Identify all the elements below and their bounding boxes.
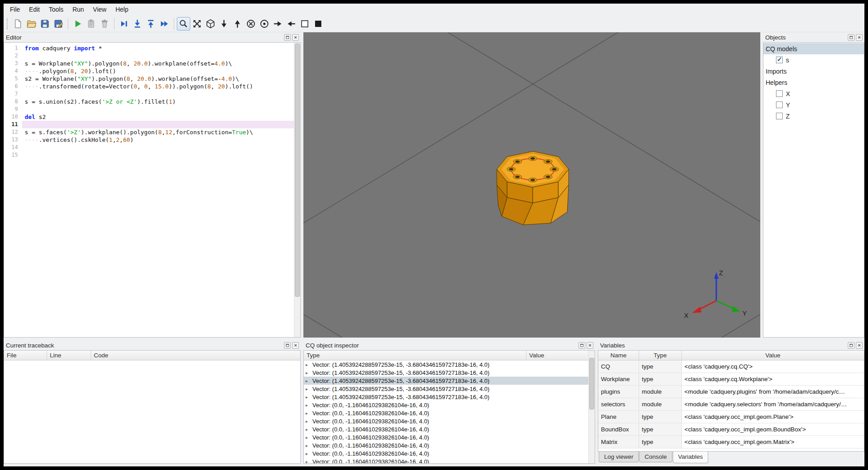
tree-item-s[interactable]: s <box>763 54 864 66</box>
inspector-row[interactable]: Vector: (1.4053924288597253e-15, -3.6804… <box>304 360 595 369</box>
variable-value[interactable]: <class 'cadquery.cq.CQ'> <box>682 360 864 373</box>
inspector-row[interactable]: Vector: (0.0, -1.1604610293826104e-16, 4… <box>304 425 595 433</box>
expand-arrow-icon[interactable] <box>306 370 312 375</box>
menu-file[interactable]: File <box>5 4 25 15</box>
inspector-row[interactable]: Vector: (0.0, -1.1604610293826104e-16, 4… <box>304 433 595 441</box>
inspector-row[interactable]: Vector: (1.4053924288597253e-15, -3.6804… <box>304 377 595 385</box>
top-view-button[interactable] <box>217 17 231 31</box>
menu-view[interactable]: View <box>88 4 111 15</box>
variable-value[interactable]: <class 'cadquery.occ_impl.geom.Plane'> <box>682 411 864 423</box>
inspector-row[interactable]: Vector: (1.4053924288597253e-15, -3.6804… <box>304 385 595 393</box>
close-panel-icon[interactable] <box>292 342 299 349</box>
variable-row-workplane[interactable]: Workplanetype<class 'cadquery.cq.Workpla… <box>598 373 864 386</box>
step-into-button[interactable] <box>131 17 144 31</box>
save-button[interactable] <box>38 17 52 31</box>
expand-arrow-icon[interactable] <box>306 427 312 432</box>
column-header-code[interactable]: Code <box>91 351 300 360</box>
inspector-row[interactable]: Vector: (0.0, -1.1604610293826104e-16, 4… <box>304 409 595 417</box>
tree-item-helpers[interactable]: Helpers <box>763 77 864 88</box>
variable-value[interactable]: <class 'cadquery.cq.Workplane'> <box>682 373 864 385</box>
wireframe-button[interactable] <box>311 17 325 31</box>
checkbox-y[interactable] <box>776 101 783 108</box>
variable-row-selectors[interactable]: selectorsmodule<module 'cadquery.selecto… <box>598 398 864 411</box>
float-panel-icon[interactable] <box>848 342 855 349</box>
variable-row-plugins[interactable]: pluginsmodule<module 'cadquery.plugins' … <box>598 386 864 398</box>
inspector-row[interactable]: Vector: (0.0, -1.1604610293826104e-16, 4… <box>304 449 595 457</box>
expand-arrow-icon[interactable] <box>306 419 312 424</box>
column-header-type[interactable]: Type <box>304 351 526 360</box>
variables-rows[interactable]: CQtype<class 'cadquery.cq.CQ'>Workplanet… <box>598 360 864 451</box>
expand-arrow-icon[interactable] <box>306 403 312 408</box>
column-header-type[interactable]: Type <box>639 351 682 360</box>
expand-arrow-icon[interactable] <box>306 362 312 367</box>
close-panel-icon[interactable] <box>587 342 593 349</box>
menu-help[interactable]: Help <box>111 4 133 15</box>
continue-button[interactable] <box>158 17 171 31</box>
tree-item-x[interactable]: X <box>763 88 864 99</box>
inspector-row[interactable]: Vector: (1.4053924288597253e-15, -3.6804… <box>304 369 595 377</box>
zoom-toggle-button[interactable] <box>177 17 190 31</box>
variable-row-matrix[interactable]: Matrixtype<class 'cadquery.occ_impl.geom… <box>598 436 864 448</box>
float-panel-icon[interactable] <box>579 342 585 349</box>
run-button[interactable] <box>71 17 84 31</box>
debug-button[interactable] <box>84 17 98 31</box>
tab-console[interactable]: Console <box>639 452 672 462</box>
expand-arrow-icon[interactable] <box>306 451 312 456</box>
variable-row-cq[interactable]: CQtype<class 'cadquery.cq.CQ'> <box>598 360 864 373</box>
close-panel-icon[interactable] <box>856 342 863 349</box>
tree-item-y[interactable]: Y <box>763 99 864 110</box>
editor-code[interactable]: from cadquery import *s = Workplane("XY"… <box>22 43 294 337</box>
inspector-row[interactable]: Vector: (0.0, -1.1604610293826104e-16, 4… <box>304 441 595 449</box>
tree-item-imports[interactable]: Imports <box>763 66 864 77</box>
save-as-button[interactable] <box>52 17 65 31</box>
close-panel-icon[interactable] <box>856 34 863 41</box>
variable-row-boundbox[interactable]: BoundBoxtype<class 'cadquery.occ_impl.ge… <box>598 423 864 436</box>
inspector-row[interactable]: Vector: (1.4053924288597253e-15, -3.6804… <box>304 393 595 401</box>
shaded-button[interactable] <box>298 17 311 31</box>
variable-value[interactable]: <module 'cadquery.plugins' from '/home/a… <box>682 386 864 398</box>
column-header-file[interactable]: File <box>4 351 47 360</box>
float-panel-icon[interactable] <box>284 342 291 349</box>
right-view-button[interactable] <box>285 17 298 31</box>
inspector-scrollbar[interactable] <box>588 351 595 463</box>
menu-tools[interactable]: Tools <box>44 4 68 15</box>
close-panel-icon[interactable] <box>292 34 299 41</box>
tab-variables[interactable]: Variables <box>673 452 708 463</box>
code-editor[interactable]: 123456789101112131415 from cadquery impo… <box>4 42 301 338</box>
back-view-button[interactable] <box>258 17 271 31</box>
float-panel-icon[interactable] <box>284 34 291 41</box>
scrollbar-thumb[interactable] <box>295 44 300 297</box>
viewport-3d[interactable]: Z Y X <box>303 32 760 338</box>
inspector-row[interactable]: Vector: (0.0, -1.1604610293826104e-16, 4… <box>304 417 595 425</box>
column-header-value[interactable]: Value <box>682 351 864 360</box>
expand-arrow-icon[interactable] <box>306 395 312 400</box>
expand-arrow-icon[interactable] <box>306 459 312 464</box>
tree-item-cq-models[interactable]: CQ models <box>763 43 864 54</box>
fit-all-button[interactable] <box>190 17 204 31</box>
variable-value[interactable]: <class 'cadquery.occ_impl.geom.Matrix'> <box>682 436 864 448</box>
new-file-button[interactable] <box>11 17 25 31</box>
step-button[interactable] <box>117 17 131 31</box>
float-panel-icon[interactable] <box>848 34 855 41</box>
expand-arrow-icon[interactable] <box>306 378 312 383</box>
step-out-button[interactable] <box>144 17 158 31</box>
tab-log-viewer[interactable]: Log viewer <box>599 452 639 462</box>
checkbox-x[interactable] <box>776 90 783 97</box>
iso-view-button[interactable] <box>204 17 217 31</box>
expand-arrow-icon[interactable] <box>306 387 312 391</box>
open-file-button[interactable] <box>25 17 38 31</box>
objects-tree[interactable]: CQ modelssImportsHelpersXYZ <box>763 42 864 338</box>
variable-row-plane[interactable]: Planetype<class 'cadquery.occ_impl.geom.… <box>598 411 864 423</box>
tree-item-z[interactable]: Z <box>763 110 864 122</box>
checkbox-s[interactable] <box>776 57 783 63</box>
inspector-row[interactable]: Vector: (0.0, -1.1604610293826104e-16, 4… <box>304 401 595 409</box>
expand-arrow-icon[interactable] <box>306 443 312 448</box>
delete-button[interactable] <box>98 17 111 31</box>
inspector-row[interactable]: Vector: (0.0, -1.1604610293826104e-16, 4… <box>304 457 595 463</box>
menu-edit[interactable]: Edit <box>25 4 44 15</box>
column-header-line[interactable]: Line <box>47 351 91 360</box>
expand-arrow-icon[interactable] <box>306 435 312 440</box>
expand-arrow-icon[interactable] <box>306 411 312 416</box>
scrollbar-thumb[interactable] <box>589 358 594 409</box>
traceback-table-body[interactable] <box>4 360 300 463</box>
